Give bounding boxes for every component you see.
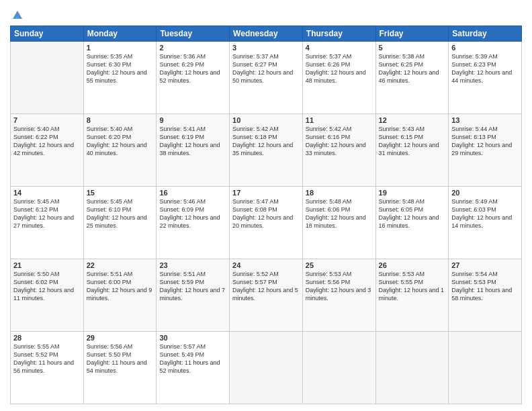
day-number: 30 — [159, 334, 226, 342]
day-number: 22 — [87, 261, 154, 269]
day-number: 17 — [232, 189, 300, 197]
calendar-cell: 19Sunrise: 5:48 AMSunset: 6:05 PMDayligh… — [375, 187, 449, 259]
calendar-cell: 13Sunrise: 5:44 AMSunset: 6:13 PMDayligh… — [449, 114, 522, 187]
calendar-cell: 4Sunrise: 5:37 AMSunset: 6:26 PMDaylight… — [302, 42, 375, 114]
day-info: Sunrise: 5:40 AMSunset: 6:20 PMDaylight:… — [87, 125, 154, 158]
weekday-monday: Monday — [83, 26, 157, 42]
logo — [10, 9, 24, 20]
day-number: 11 — [306, 116, 373, 124]
day-info: Sunrise: 5:48 AMSunset: 6:06 PMDaylight:… — [306, 197, 373, 230]
day-info: Sunrise: 5:52 AMSunset: 5:57 PMDaylight:… — [232, 270, 300, 303]
calendar-cell: 3Sunrise: 5:37 AMSunset: 6:27 PMDaylight… — [230, 42, 303, 114]
calendar-cell: 22Sunrise: 5:51 AMSunset: 6:00 PMDayligh… — [83, 259, 157, 332]
day-number: 12 — [379, 116, 446, 124]
day-info: Sunrise: 5:40 AMSunset: 6:22 PMDaylight:… — [13, 125, 81, 158]
calendar-cell: 26Sunrise: 5:53 AMSunset: 5:55 PMDayligh… — [375, 259, 449, 332]
week-row-4: 21Sunrise: 5:50 AMSunset: 6:02 PMDayligh… — [11, 259, 522, 332]
weekday-saturday: Saturday — [449, 26, 522, 42]
calendar-cell: 2Sunrise: 5:36 AMSunset: 6:29 PMDaylight… — [157, 42, 230, 114]
week-row-3: 14Sunrise: 5:45 AMSunset: 6:12 PMDayligh… — [11, 187, 522, 259]
calendar-cell: 30Sunrise: 5:57 AMSunset: 5:49 PMDayligh… — [157, 332, 230, 404]
day-info: Sunrise: 5:38 AMSunset: 6:25 PMDaylight:… — [379, 52, 446, 85]
day-number: 9 — [159, 116, 226, 124]
week-row-2: 7Sunrise: 5:40 AMSunset: 6:22 PMDaylight… — [11, 114, 522, 187]
day-number: 2 — [159, 44, 226, 52]
day-info: Sunrise: 5:47 AMSunset: 6:08 PMDaylight:… — [232, 197, 300, 230]
weekday-header-row: SundayMondayTuesdayWednesdayThursdayFrid… — [11, 26, 522, 42]
calendar-cell: 1Sunrise: 5:35 AMSunset: 6:30 PMDaylight… — [83, 42, 157, 114]
calendar-cell: 29Sunrise: 5:56 AMSunset: 5:50 PMDayligh… — [83, 332, 157, 404]
day-info: Sunrise: 5:57 AMSunset: 5:49 PMDaylight:… — [159, 342, 226, 375]
calendar-cell: 10Sunrise: 5:42 AMSunset: 6:18 PMDayligh… — [230, 114, 303, 187]
day-info: Sunrise: 5:37 AMSunset: 6:27 PMDaylight:… — [232, 52, 300, 85]
calendar-cell: 21Sunrise: 5:50 AMSunset: 6:02 PMDayligh… — [11, 259, 84, 332]
day-info: Sunrise: 5:54 AMSunset: 5:53 PMDaylight:… — [451, 270, 519, 303]
day-info: Sunrise: 5:48 AMSunset: 6:05 PMDaylight:… — [379, 197, 446, 230]
calendar-cell: 15Sunrise: 5:45 AMSunset: 6:10 PMDayligh… — [83, 187, 157, 259]
calendar-cell — [11, 42, 84, 114]
day-number: 24 — [232, 261, 300, 269]
calendar-cell: 16Sunrise: 5:46 AMSunset: 6:09 PMDayligh… — [157, 187, 230, 259]
day-info: Sunrise: 5:42 AMSunset: 6:18 PMDaylight:… — [232, 125, 300, 158]
day-info: Sunrise: 5:36 AMSunset: 6:29 PMDaylight:… — [159, 52, 226, 85]
calendar-cell: 28Sunrise: 5:55 AMSunset: 5:52 PMDayligh… — [11, 332, 84, 404]
logo-icon — [11, 9, 24, 21]
calendar-cell — [230, 332, 303, 404]
weekday-thursday: Thursday — [302, 26, 375, 42]
calendar-cell: 6Sunrise: 5:39 AMSunset: 6:23 PMDaylight… — [449, 42, 522, 114]
day-number: 18 — [306, 189, 373, 197]
day-number: 15 — [87, 189, 154, 197]
calendar-cell: 23Sunrise: 5:51 AMSunset: 5:59 PMDayligh… — [157, 259, 230, 332]
calendar-cell: 7Sunrise: 5:40 AMSunset: 6:22 PMDaylight… — [11, 114, 84, 187]
day-number: 3 — [232, 44, 300, 52]
day-info: Sunrise: 5:53 AMSunset: 5:56 PMDaylight:… — [306, 270, 373, 303]
day-number: 13 — [451, 116, 519, 124]
day-info: Sunrise: 5:55 AMSunset: 5:52 PMDaylight:… — [13, 342, 81, 375]
calendar-cell: 11Sunrise: 5:42 AMSunset: 6:16 PMDayligh… — [302, 114, 375, 187]
page: SundayMondayTuesdayWednesdayThursdayFrid… — [0, 0, 532, 411]
day-number: 8 — [87, 116, 154, 124]
day-info: Sunrise: 5:45 AMSunset: 6:10 PMDaylight:… — [87, 197, 154, 230]
day-info: Sunrise: 5:50 AMSunset: 6:02 PMDaylight:… — [13, 270, 81, 303]
day-number: 28 — [13, 334, 81, 342]
calendar-cell: 17Sunrise: 5:47 AMSunset: 6:08 PMDayligh… — [230, 187, 303, 259]
calendar-cell: 9Sunrise: 5:41 AMSunset: 6:19 PMDaylight… — [157, 114, 230, 187]
day-number: 21 — [13, 261, 81, 269]
day-number: 14 — [13, 189, 81, 197]
calendar-table: SundayMondayTuesdayWednesdayThursdayFrid… — [10, 26, 522, 404]
day-info: Sunrise: 5:41 AMSunset: 6:19 PMDaylight:… — [159, 125, 226, 158]
weekday-sunday: Sunday — [11, 26, 84, 42]
weekday-wednesday: Wednesday — [230, 26, 303, 42]
calendar-cell: 8Sunrise: 5:40 AMSunset: 6:20 PMDaylight… — [83, 114, 157, 187]
calendar-cell — [449, 332, 522, 404]
day-number: 1 — [87, 44, 154, 52]
day-info: Sunrise: 5:51 AMSunset: 5:59 PMDaylight:… — [159, 270, 226, 303]
calendar-cell: 14Sunrise: 5:45 AMSunset: 6:12 PMDayligh… — [11, 187, 84, 259]
week-row-5: 28Sunrise: 5:55 AMSunset: 5:52 PMDayligh… — [11, 332, 522, 404]
day-info: Sunrise: 5:39 AMSunset: 6:23 PMDaylight:… — [451, 52, 519, 85]
day-number: 20 — [451, 189, 519, 197]
day-number: 7 — [13, 116, 81, 124]
calendar-cell: 12Sunrise: 5:43 AMSunset: 6:15 PMDayligh… — [375, 114, 449, 187]
day-number: 6 — [451, 44, 519, 52]
day-number: 25 — [306, 261, 373, 269]
day-info: Sunrise: 5:43 AMSunset: 6:15 PMDaylight:… — [379, 125, 446, 158]
day-info: Sunrise: 5:51 AMSunset: 6:00 PMDaylight:… — [87, 270, 154, 303]
day-number: 10 — [232, 116, 300, 124]
day-info: Sunrise: 5:44 AMSunset: 6:13 PMDaylight:… — [451, 125, 519, 158]
day-info: Sunrise: 5:37 AMSunset: 6:26 PMDaylight:… — [306, 52, 373, 85]
week-row-1: 1Sunrise: 5:35 AMSunset: 6:30 PMDaylight… — [11, 42, 522, 114]
day-number: 16 — [159, 189, 226, 197]
calendar-cell: 18Sunrise: 5:48 AMSunset: 6:06 PMDayligh… — [302, 187, 375, 259]
day-number: 19 — [379, 189, 446, 197]
day-number: 29 — [87, 334, 154, 342]
calendar-cell: 25Sunrise: 5:53 AMSunset: 5:56 PMDayligh… — [302, 259, 375, 332]
day-number: 4 — [306, 44, 373, 52]
day-info: Sunrise: 5:42 AMSunset: 6:16 PMDaylight:… — [306, 125, 373, 158]
weekday-friday: Friday — [375, 26, 449, 42]
day-number: 5 — [379, 44, 446, 52]
day-number: 27 — [451, 261, 519, 269]
day-number: 23 — [159, 261, 226, 269]
day-number: 26 — [379, 261, 446, 269]
calendar-cell — [375, 332, 449, 404]
